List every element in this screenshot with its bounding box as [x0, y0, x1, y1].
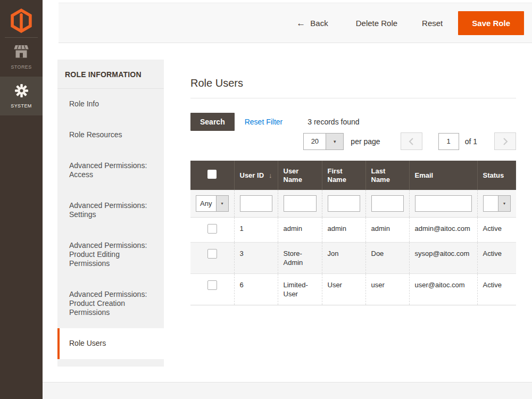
select-all-checkbox[interactable]: [207, 170, 217, 179]
column-label: User ID: [240, 171, 264, 180]
back-arrow-icon: ←: [296, 19, 305, 28]
table-row[interactable]: 1 admin admin admin admin@aitoc.com Acti…: [190, 218, 516, 243]
panel-item-role-resources[interactable]: Role Resources: [57, 120, 164, 151]
filter-first-name-input[interactable]: [328, 195, 360, 212]
delete-role-button[interactable]: Delete Role: [356, 19, 397, 28]
mass-select-value: Any: [196, 196, 216, 211]
chevron-right-icon: [503, 138, 508, 145]
cell-email: user@aitoc.com: [409, 274, 477, 305]
table-row[interactable]: 6 Limited-User User user user@aitoc.com …: [190, 274, 516, 305]
column-header-status[interactable]: Status: [477, 161, 516, 190]
pagination: 20 ▾ per page of 1: [190, 132, 516, 150]
filter-status-select[interactable]: ▾: [483, 195, 511, 212]
sidebar-item-stores[interactable]: STORES: [0, 38, 43, 77]
of-pages-label: of 1: [465, 137, 477, 146]
page-number-input[interactable]: [438, 133, 459, 150]
section-title: Role Users: [190, 77, 516, 98]
cell-email: sysop@aitoc.com: [409, 243, 477, 274]
grid-filter-row: Any ▾ ▾: [190, 190, 516, 218]
cell-first-name: admin: [322, 218, 365, 243]
row-checkbox[interactable]: [207, 249, 217, 259]
column-header-user-name[interactable]: User Name: [278, 161, 322, 190]
cell-user-name: Limited-User: [278, 274, 322, 305]
sidebar-item-system[interactable]: SYSTEM: [0, 77, 43, 115]
page-actions-toolbar: ← Back Delete Role Reset Save Role: [59, 3, 532, 43]
filter-status-value: [484, 196, 498, 211]
column-header-email[interactable]: Email: [409, 161, 477, 190]
previous-page-button[interactable]: [401, 132, 422, 150]
filter-user-name-input[interactable]: [284, 195, 317, 212]
cell-status: Active: [477, 218, 516, 243]
grid-header-row: User ID ↓ User Name First Name Last Name…: [190, 161, 516, 190]
reset-filter-link[interactable]: Reset Filter: [245, 118, 283, 126]
row-checkbox[interactable]: [207, 224, 217, 234]
save-role-button[interactable]: Save Role: [458, 11, 524, 35]
main-content: Role Users Search Reset Filter 3 records…: [190, 77, 516, 305]
per-page-value: 20: [303, 133, 326, 150]
per-page-label: per page: [351, 137, 380, 146]
cell-last-name: admin: [365, 218, 409, 243]
reset-button[interactable]: Reset: [422, 19, 443, 28]
grid-controls: Search Reset Filter 3 records found: [190, 113, 516, 131]
filter-email-input[interactable]: [415, 195, 472, 212]
records-found-text: 3 records found: [307, 118, 359, 126]
sort-desc-icon: ↓: [269, 171, 272, 180]
column-header-first-name[interactable]: First Name: [322, 161, 365, 190]
gear-icon: [0, 84, 43, 98]
column-header-user-id[interactable]: User ID ↓: [234, 161, 278, 190]
select-caret-icon[interactable]: ▾: [498, 196, 510, 211]
cell-first-name: Jon: [322, 243, 365, 274]
per-page-select[interactable]: 20 ▾: [303, 133, 344, 150]
sidebar-item-label: SYSTEM: [11, 103, 31, 109]
magento-logo[interactable]: [0, 0, 43, 36]
back-button[interactable]: ← Back: [296, 19, 328, 28]
select-caret-icon[interactable]: ▾: [326, 133, 344, 150]
column-header-last-name[interactable]: Last Name: [365, 161, 409, 190]
admin-sidebar: STORES SYSTEM: [0, 0, 43, 399]
role-users-grid: User ID ↓ User Name First Name Last Name…: [190, 161, 516, 305]
cell-status: Active: [477, 274, 516, 305]
cell-first-name: User: [322, 274, 365, 305]
cell-last-name: Doe: [365, 243, 409, 274]
panel-item-product-editing[interactable]: Advanced Permissions: Product Editing Pe…: [57, 230, 164, 279]
next-page-button[interactable]: [494, 132, 516, 150]
chevron-left-icon: [409, 138, 414, 145]
cell-user-name: Store-Admin: [278, 243, 322, 274]
cell-email: admin@aitoc.com: [409, 218, 477, 243]
store-icon: [0, 45, 43, 60]
filter-last-name-input[interactable]: [371, 195, 404, 212]
panel-item-product-creation[interactable]: Advanced Permissions: Product Creation P…: [57, 279, 164, 328]
filter-user-id-input[interactable]: [240, 195, 272, 212]
panel-item-advanced-settings[interactable]: Advanced Permissions: Settings: [57, 190, 164, 230]
footer-bar: [43, 382, 532, 399]
cell-last-name: user: [365, 274, 409, 305]
magento-logo-icon: [11, 9, 32, 33]
role-information-panel: ROLE INFORMATION Role Info Role Resource…: [57, 60, 164, 367]
panel-item-role-users[interactable]: Role Users: [57, 328, 164, 359]
cell-user-name: admin: [278, 218, 322, 243]
cell-status: Active: [477, 243, 516, 274]
panel-item-role-info[interactable]: Role Info: [57, 89, 164, 120]
table-row[interactable]: 3 Store-Admin Jon Doe sysop@aitoc.com Ac…: [190, 243, 516, 274]
panel-item-advanced-access[interactable]: Advanced Permissions: Access: [57, 151, 164, 190]
cell-user-id: 1: [234, 218, 278, 243]
row-checkbox[interactable]: [207, 280, 217, 290]
mass-select-dropdown[interactable]: Any ▾: [196, 195, 229, 212]
select-caret-icon[interactable]: ▾: [216, 196, 228, 211]
back-button-label: Back: [310, 19, 328, 28]
cell-user-id: 6: [234, 274, 278, 305]
cell-user-id: 3: [234, 243, 278, 274]
panel-title: ROLE INFORMATION: [57, 60, 164, 89]
search-button[interactable]: Search: [190, 113, 235, 131]
sidebar-item-label: STORES: [11, 64, 31, 70]
